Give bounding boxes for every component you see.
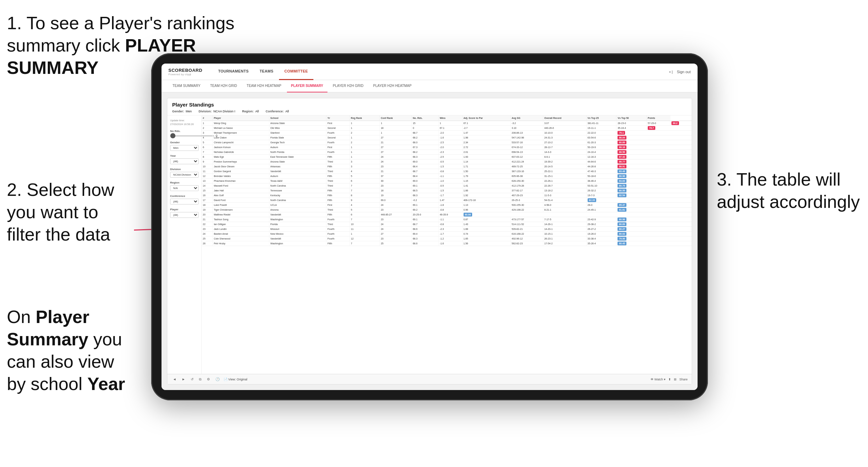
col-avg-sg: Avg SG (511, 115, 543, 121)
grid-btn[interactable]: ⊞ (674, 378, 677, 381)
col-conf-rank: Conf Rank (380, 115, 412, 121)
col-school: School (269, 115, 326, 121)
settings-btn[interactable]: ⚙ (205, 377, 211, 382)
col-no-rds: No. Rds. (412, 115, 438, 121)
tab-team-h2h-grid[interactable]: TEAM H2H GRID (206, 80, 241, 92)
tab-player-h2h-grid[interactable]: PLAYER H2H GRID (329, 80, 368, 92)
sign-out-link[interactable]: Sign out (677, 70, 691, 74)
sidebar-gender-label: Gender (170, 141, 199, 144)
table-row: 12Brendan ValdesAuburnFifth53768.4-1.11.… (202, 174, 692, 179)
division-select[interactable]: NCAA Division I NCAA Division II NCAA Di… (170, 172, 199, 178)
table-row: 13Phachara KhonchanTexas A&MThird63069.0… (202, 179, 692, 184)
table-row: 20Matthew RiedelVanderbiltFifth6448-85-2… (202, 212, 692, 217)
region-select[interactable]: N/A All (170, 185, 199, 191)
conference-select[interactable]: (All) (170, 199, 199, 204)
table-row: 9Preston SummerhaysArizona StateThird324… (202, 159, 692, 164)
refresh-btn[interactable]: ↺ (189, 377, 195, 382)
table-row: 18Luke PowellUCLAFirst42469.1-1.81.13500… (202, 203, 692, 208)
region-value: All (255, 110, 259, 113)
tab-player-h2h-heatmap[interactable]: PLAYER H2H HEATMAP (369, 80, 416, 92)
tab-player-summary[interactable]: PLAYER SUMMARY (287, 80, 327, 92)
nav-tournaments[interactable]: TOURNAMENTS (213, 64, 254, 80)
table-row: 19Tiger ChristensenArizonaThird52369.2-0… (202, 208, 692, 212)
player-select[interactable]: (All) (170, 212, 199, 218)
table-row: 23Jack LundinMissouriFourth112468.6-2.31… (202, 227, 692, 232)
copy-btn[interactable]: ⧉ (198, 377, 203, 382)
table-row: 8Mats EgeEast Tennessee StateFifth12468.… (202, 155, 692, 159)
tablet-device: SCOREBOARD Powered by clipp̀ TOURNAMENTS… (151, 53, 708, 400)
table-row: 15Jake HallTennesseeFifth71868.5-1.51.66… (202, 188, 692, 193)
slider-row: 0 (170, 134, 199, 137)
filter-group-division: Division NCAA Division I NCAA Division I… (170, 168, 199, 178)
filter-group-player: Player (All) (170, 208, 199, 218)
standings-table: # Player School Yr Reg Rank Conf Rank No… (202, 115, 692, 246)
logo-text: SCOREBOARD (168, 68, 202, 73)
nav-committee[interactable]: COMMITTEE (279, 64, 314, 80)
logo-sub: Powered by clipp̀ (168, 73, 202, 76)
filter-division: Division: NCAA Division I (199, 110, 235, 113)
annotation-3: 3. The table will adjust accordingly (717, 168, 861, 213)
standings-card: Player Standings Gender: Men Division: N… (167, 98, 692, 385)
view-label[interactable]: 📄 View: Original (224, 378, 247, 381)
filter-group-conference: Conference (All) (170, 194, 199, 204)
update-time-label: Update time: (170, 119, 185, 122)
share-btn[interactable]: Share (679, 378, 688, 381)
no-rds-label: No Rds. (170, 130, 199, 133)
toolbar-right: 👁 Watch ▾ ⬆ ⊞ Share (650, 378, 688, 381)
tab-team-summary[interactable]: TEAM SUMMARY (168, 80, 205, 92)
back-btn[interactable]: ◄ (171, 377, 178, 382)
annotation-4: On Player Summary you can also view by s… (7, 306, 131, 395)
gender-select[interactable]: Men Women (170, 145, 199, 151)
watch-btn[interactable]: 👁 Watch ▾ (650, 378, 666, 381)
gender-label: Gender: (172, 110, 184, 113)
conference-value: All (286, 110, 289, 113)
col-adj-score: Adj. Score to Par (462, 115, 510, 121)
table-row: 4Luke ClatonFlorida StateSecond12768.2-1… (202, 135, 692, 140)
filter-region: Region: All (242, 110, 259, 113)
card-body: Update time: 27/03/2024 16:56:26 No Rds.… (167, 115, 692, 374)
table-header-row: # Player School Yr Reg Rank Conf Rank No… (202, 115, 692, 121)
col-yr: Yr (326, 115, 349, 121)
card-header: Player Standings Gender: Men Division: N… (167, 98, 692, 115)
division-value: NCAA Division I (213, 110, 235, 113)
update-time: Update time: 27/03/2024 16:56:26 (170, 119, 199, 126)
table-row: 22Ian GilliganFloridaThird102468.7-0.81.… (202, 222, 692, 227)
main-content: Player Standings Gender: Men Division: N… (162, 92, 698, 390)
table-row: 6Jackson KoivunAuburnFirst12767.3-2.02.7… (202, 145, 692, 150)
table-row: 1Wenyi DingArizona StateFirst1115167.1-3… (202, 121, 692, 126)
tab-team-h2h-heatmap[interactable]: TEAM H2H HEATMAP (243, 80, 286, 92)
annotation-4-bold2: Year (87, 374, 125, 394)
sidebar-year-label: Year (170, 154, 199, 157)
table-row: 5Christo LamprechtGeorgia TechFourth2216… (202, 140, 692, 145)
col-rank: # (202, 115, 213, 121)
col-reg-rank: Reg Rank (350, 115, 380, 121)
filter-group-year: Year (All) First Second Third Fourth Fif… (170, 154, 199, 164)
forward-btn[interactable]: ► (180, 377, 187, 382)
col-vs-top-25: Vs Top 25 (586, 115, 616, 121)
table-row: 21Tashiun SongWashingtonFourth72369.1-1.… (202, 217, 692, 222)
clock-btn[interactable]: 🕐 (214, 377, 221, 382)
year-select[interactable]: (All) First Second Third Fourth Fifth (170, 158, 199, 164)
share-btn-icon[interactable]: ⬆ (668, 378, 671, 381)
filter-row: Gender: Men Division: NCAA Division I Re… (172, 110, 687, 113)
table-row: 11Gordon SargentVanderbiltThird42168.7-0… (202, 169, 692, 174)
table-row: 3Michael ThorbjornsenStanfordFourth2168.… (202, 131, 692, 135)
col-overall-record: Overall Record (543, 115, 586, 121)
filter-conference: Conference: All (266, 110, 289, 113)
table-row: 24Bastien AmatNew MexicoFourth12769.4-1.… (202, 232, 692, 236)
table-container[interactable]: # Player School Yr Reg Rank Conf Rank No… (202, 115, 692, 374)
col-points: Points (647, 115, 670, 121)
annotation-2: 2. Select how you want to filter the dat… (7, 179, 120, 246)
col-wins: Wins (438, 115, 462, 121)
table-row: 16Alex GoffKentuckyFifth81968.3-1.71.924… (202, 193, 692, 198)
nav-teams[interactable]: TEAMS (254, 64, 279, 80)
filter-group-nords: No Rds. 0 (170, 130, 199, 137)
col-vs-top-50: Vs Top 50 (616, 115, 647, 121)
table-row: 10Jacob Skov OlesenArkansasFifth32368.4-… (202, 164, 692, 169)
card-title: Player Standings (172, 102, 687, 108)
sidebar-player-label: Player (170, 208, 199, 211)
region-label: Region: (242, 110, 254, 113)
logo: SCOREBOARD Powered by clipp̀ (168, 68, 202, 76)
filter-sidebar: Update time: 27/03/2024 16:56:26 No Rds.… (167, 115, 202, 374)
table-row: 17David FordNorth CarolinaFifth969.0-0.2… (202, 198, 692, 203)
